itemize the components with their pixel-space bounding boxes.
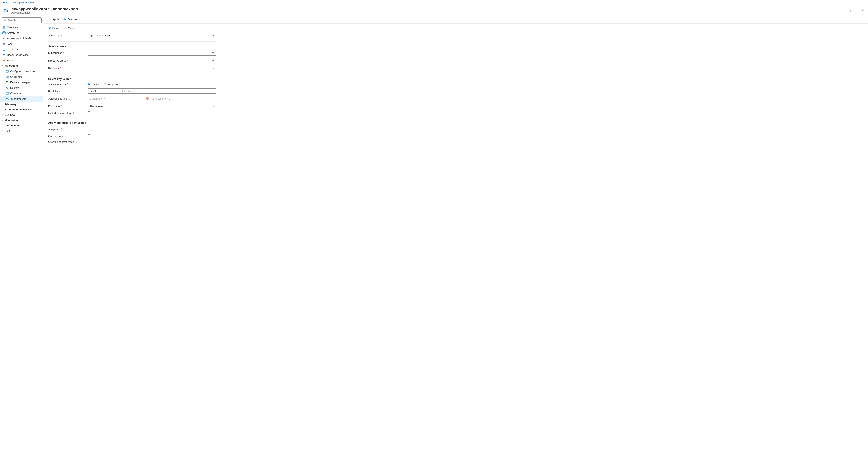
svg-line-10 xyxy=(5,39,5,39)
form-area: Import Export Source type App Configurat… xyxy=(43,24,221,149)
svg-rect-3 xyxy=(3,27,4,29)
key-filter-value-input[interactable] xyxy=(119,88,216,94)
override-content-types-label: Override content types ⓘ xyxy=(48,140,88,143)
subscription-select[interactable] xyxy=(88,50,216,56)
override-labels-control xyxy=(88,134,216,138)
sidebar-item-overview[interactable]: Overview xyxy=(0,25,43,30)
key-filter-operator-select[interactable]: Equals Starts with Does not equal xyxy=(88,88,119,94)
apply-changes-title: Apply changes to key-values xyxy=(48,121,216,124)
sidebar-label-experimentation: Experimentation (New) xyxy=(4,108,32,111)
override-labels-label: Override labels ⓘ xyxy=(48,135,88,138)
selection-mode-info-icon[interactable]: ⓘ xyxy=(67,83,69,86)
search-input[interactable] xyxy=(7,19,41,22)
export-radio-label[interactable]: Export xyxy=(64,27,75,30)
breadcrumb-home[interactable]: Home xyxy=(3,1,9,4)
time-input[interactable] xyxy=(150,96,216,101)
snapshot-radio[interactable] xyxy=(103,83,106,86)
override-labels-checkbox[interactable] xyxy=(88,134,90,137)
resource-select[interactable] xyxy=(88,66,216,71)
sidebar-item-config-explorer[interactable]: Configuration explorer xyxy=(0,68,43,74)
svg-point-18 xyxy=(6,70,6,71)
close-button[interactable]: ✕ xyxy=(861,8,865,13)
sidebar-label-access-control: Access control (IAM) xyxy=(7,37,31,40)
sidebar-item-activity-log[interactable]: Activity log xyxy=(0,30,43,35)
events-icon xyxy=(2,59,5,62)
from-label-info-icon[interactable]: ⓘ xyxy=(61,105,63,108)
access-control-icon xyxy=(2,37,5,40)
svg-rect-4 xyxy=(4,27,5,29)
more-options-button[interactable]: ··· xyxy=(855,8,859,13)
monitoring-chevron-icon: › xyxy=(2,119,3,121)
sidebar-section-help[interactable]: › Help xyxy=(0,128,43,133)
page-title: my-app-config-store | Import/export xyxy=(11,7,847,11)
exclude-feature-flag-info-icon[interactable]: ⓘ xyxy=(72,111,74,114)
apply-button[interactable]: Apply xyxy=(46,17,61,22)
sidebar-item-compare[interactable]: Compare xyxy=(0,91,43,96)
default-radio[interactable] xyxy=(88,83,90,86)
resource-group-required: * xyxy=(67,59,68,62)
resource-group-select[interactable] xyxy=(88,58,216,63)
sidebar-label-settings: Settings xyxy=(4,113,14,116)
sidebar-item-restore[interactable]: Restore xyxy=(0,85,43,91)
sidebar-item-feature-manager[interactable]: Feature manager xyxy=(0,79,43,85)
sidebar-item-access-control[interactable]: Access control (IAM) xyxy=(0,35,43,41)
date-time-composite: 📅 xyxy=(88,96,216,101)
from-label-select[interactable]: Please select xyxy=(88,104,216,109)
exclude-feature-flag-checkbox[interactable] xyxy=(88,111,90,114)
sidebar-item-snapshots[interactable]: Snapshots xyxy=(0,74,43,79)
source-type-row: Source type App Configuration Configurat… xyxy=(48,33,216,38)
add-prefix-row: Add prefix ⓘ xyxy=(48,127,216,132)
favorite-button[interactable]: ☆ xyxy=(849,8,854,13)
search-settings-button[interactable]: ⚙ xyxy=(42,18,43,22)
export-radio-text: Export xyxy=(68,27,75,30)
import-radio-label[interactable]: Import xyxy=(48,27,59,30)
override-content-types-row: Override content types ⓘ xyxy=(48,140,216,143)
default-radio-label[interactable]: Default xyxy=(88,83,100,86)
specific-time-row: At a specific time ⓘ 📅 xyxy=(48,96,216,101)
sidebar-item-resource-visualizer[interactable]: Resource visualizer xyxy=(0,52,43,58)
feature-manager-icon xyxy=(5,80,9,84)
source-type-label: Source type xyxy=(48,34,88,37)
import-radio[interactable] xyxy=(48,27,51,30)
exclude-feature-flag-row: Exclude feature flag ⓘ xyxy=(48,111,216,115)
activity-log-icon xyxy=(2,31,5,34)
sidebar-item-import-export[interactable]: Import/export xyxy=(0,96,43,102)
subscription-label: Subscription * xyxy=(48,52,88,55)
sidebar-section-telemetry[interactable]: › Telemetry xyxy=(0,102,43,107)
snapshot-radio-label[interactable]: Snapshot xyxy=(103,83,118,86)
search-icon: 🔍 xyxy=(3,19,6,22)
override-content-types-checkbox[interactable] xyxy=(88,140,90,143)
calendar-icon[interactable]: 📅 xyxy=(146,97,149,100)
sidebar: 🔍 ⚙ « Overview Activity log Access co xyxy=(0,15,43,457)
add-prefix-input[interactable] xyxy=(88,127,216,132)
settings-chevron-icon: › xyxy=(2,114,3,116)
main-layout: 🔍 ⚙ « Overview Activity log Access co xyxy=(0,15,868,457)
select-source-title: Select source xyxy=(48,45,216,48)
svg-rect-5 xyxy=(3,32,5,34)
sidebar-section-experimentation[interactable]: › Experimentation (New) xyxy=(0,107,43,112)
sidebar-section-automation[interactable]: › Automation xyxy=(0,123,43,128)
breadcrumb-resource[interactable]: my-app-config-store xyxy=(12,1,34,4)
snapshots-icon xyxy=(5,75,9,78)
sidebar-section-monitoring[interactable]: › Monitoring xyxy=(0,118,43,123)
override-content-types-info-icon[interactable]: ⓘ xyxy=(75,140,77,143)
add-prefix-control xyxy=(88,127,216,132)
add-prefix-info-icon[interactable]: ⓘ xyxy=(61,128,63,131)
sidebar-item-quick-start[interactable]: Quick start xyxy=(0,46,43,52)
sidebar-section-operations[interactable]: ▾ Operations xyxy=(0,63,43,68)
key-filter-info-icon[interactable]: ⓘ xyxy=(59,90,61,93)
feedback-label: Feedback xyxy=(68,18,79,21)
sidebar-item-events[interactable]: Events xyxy=(0,58,43,63)
sidebar-item-tags[interactable]: Tags xyxy=(0,41,43,46)
date-input[interactable] xyxy=(88,96,150,101)
sidebar-label-tags: Tags xyxy=(7,42,12,45)
sidebar-label-monitoring: Monitoring xyxy=(4,119,18,122)
date-input-wrap: 📅 xyxy=(88,96,150,101)
feedback-button[interactable]: Feedback xyxy=(62,17,81,22)
override-labels-info-icon[interactable]: ⓘ xyxy=(66,135,68,138)
key-filter-label: Key filter ⓘ xyxy=(48,90,88,93)
export-radio[interactable] xyxy=(64,27,67,30)
specific-time-info-icon[interactable]: ⓘ xyxy=(68,97,70,100)
source-type-select[interactable]: App Configuration Configuration file xyxy=(88,33,216,38)
sidebar-section-settings[interactable]: › Settings xyxy=(0,112,43,118)
